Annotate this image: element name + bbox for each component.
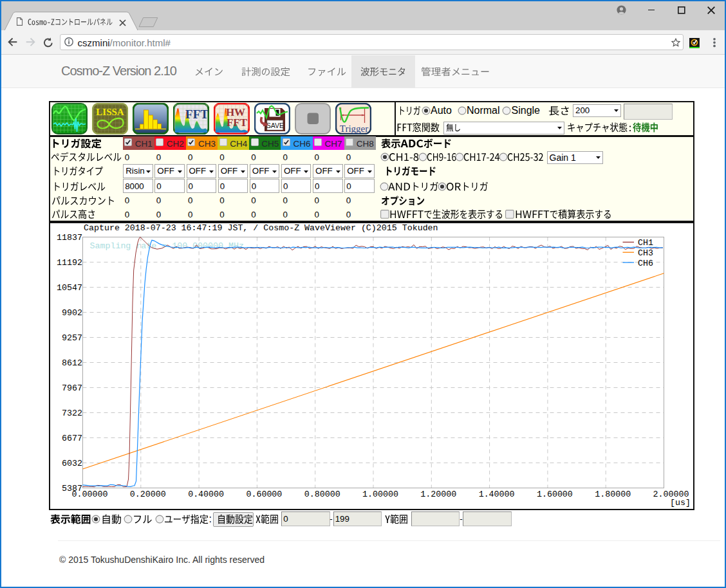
svg-text:9257: 9257	[62, 333, 82, 343]
svg-text:0.60000: 0.60000	[246, 490, 282, 499]
svg-text:FFT: FFT	[185, 107, 209, 121]
svg-text:7967: 7967	[62, 383, 82, 393]
svg-text:0.00000: 0.00000	[72, 490, 108, 499]
svg-text:[us]: [us]	[670, 498, 691, 508]
svg-text:6677: 6677	[62, 434, 82, 443]
svg-text:0.40000: 0.40000	[188, 490, 224, 499]
svg-text:Trigger: Trigger	[339, 124, 368, 134]
svg-text:9902: 9902	[62, 308, 82, 318]
svg-text:LISSA: LISSA	[96, 107, 124, 117]
svg-text:FFT: FFT	[227, 116, 248, 129]
svg-text:SAVE: SAVE	[266, 122, 283, 129]
svg-text:1.60000: 1.60000	[537, 490, 573, 499]
svg-text:1.00000: 1.00000	[362, 490, 398, 499]
svg-text:0.80000: 0.80000	[304, 490, 340, 499]
svg-text:8612: 8612	[62, 358, 82, 368]
svg-text:11192: 11192	[57, 258, 82, 268]
svg-text:1.40000: 1.40000	[479, 490, 515, 499]
svg-text:7322: 7322	[62, 409, 82, 418]
svg-text:6032: 6032	[62, 459, 82, 468]
svg-text:10547: 10547	[57, 283, 82, 293]
svg-text:CH1: CH1	[638, 238, 653, 248]
svg-text:CH6: CH6	[638, 259, 653, 268]
svg-text:CH3: CH3	[638, 248, 653, 258]
svg-text:1.80000: 1.80000	[595, 490, 631, 499]
svg-text:Capture 2018-07-23 16:47:19 JS: Capture 2018-07-23 16:47:19 JST, / Cosmo…	[84, 223, 438, 233]
svg-text:0.20000: 0.20000	[130, 490, 166, 499]
svg-text:1.20000: 1.20000	[420, 490, 456, 499]
svg-text:11837: 11837	[57, 233, 82, 243]
